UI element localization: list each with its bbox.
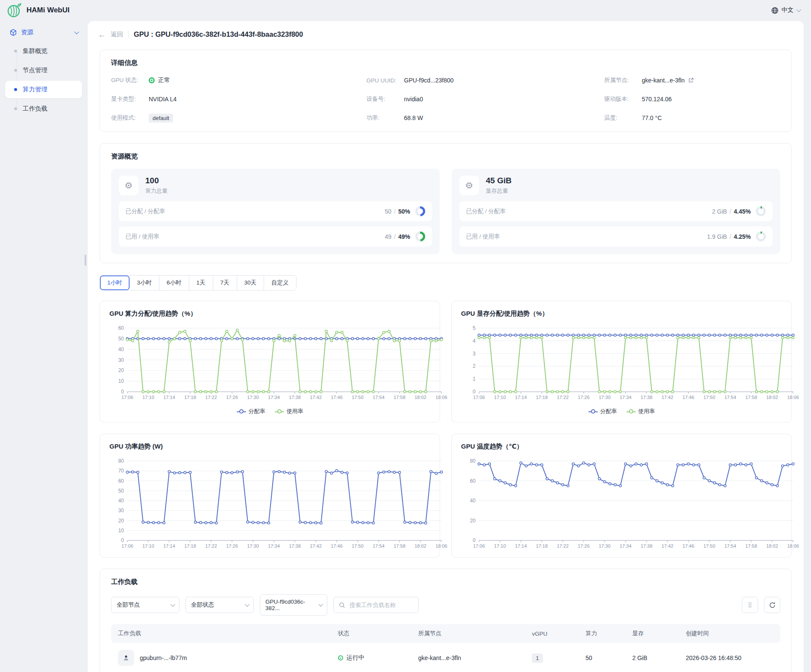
sidebar-item-workloads[interactable]: 工作负载 bbox=[5, 100, 82, 117]
svg-text:10: 10 bbox=[118, 528, 124, 534]
row-value: 1.9 GiB bbox=[707, 233, 727, 240]
back-button[interactable]: 返回 bbox=[111, 30, 123, 38]
svg-text:80: 80 bbox=[118, 458, 124, 464]
memory-total-label: 显存总量 bbox=[486, 187, 511, 195]
row-percent: 49% bbox=[398, 233, 410, 240]
svg-text:18:06: 18:06 bbox=[787, 543, 799, 549]
gpu-filter-select[interactable]: GPU-f9cd036c-382... bbox=[260, 594, 327, 616]
svg-text:30: 30 bbox=[118, 357, 124, 363]
svg-text:0: 0 bbox=[473, 389, 476, 395]
field-label: 驱动版本: bbox=[604, 95, 636, 103]
svg-text:17:06: 17:06 bbox=[121, 543, 133, 549]
svg-text:17:18: 17:18 bbox=[184, 543, 196, 549]
field-gpu-type: 显卡类型: NVIDIA L4 bbox=[111, 94, 367, 104]
row-percent: 50% bbox=[398, 208, 410, 215]
tab-3h[interactable]: 3小时 bbox=[130, 276, 160, 290]
row-label: 已用 / 使用率 bbox=[126, 233, 385, 241]
legend-item[interactable]: 使用率 bbox=[626, 408, 655, 415]
svg-text:17:38: 17:38 bbox=[289, 395, 301, 400]
chart-title: GPU 功率趋势 (W) bbox=[109, 443, 430, 451]
svg-text:18:02: 18:02 bbox=[414, 395, 426, 400]
tab-1h[interactable]: 1小时 bbox=[100, 276, 130, 290]
col-memory: 显存 bbox=[626, 624, 680, 643]
field-gpu-status: GPU 状态: 正常 bbox=[111, 75, 367, 85]
svg-text:1: 1 bbox=[473, 376, 476, 382]
field-value: 正常 bbox=[158, 76, 170, 84]
breadcrumb: ← 返回 GPU : GPU-f9cd036c-382f-b13d-443f-8… bbox=[88, 21, 804, 45]
svg-text:17:26: 17:26 bbox=[226, 395, 238, 400]
status-running-icon bbox=[338, 655, 343, 660]
legend-item[interactable]: 使用率 bbox=[275, 408, 303, 415]
compute-overview-card: 100 算力总量 已分配 / 分配率 50 / 50% 已用 / 使用率 49 bbox=[111, 169, 440, 254]
svg-text:17:58: 17:58 bbox=[745, 543, 757, 549]
search-icon bbox=[339, 602, 345, 608]
svg-text:17:58: 17:58 bbox=[394, 395, 406, 400]
col-status: 状态 bbox=[332, 624, 412, 643]
svg-text:17:34: 17:34 bbox=[620, 543, 632, 549]
workloads-table: 工作负载 状态 所属节点 vGPU 算力 显存 创建时间 bbox=[111, 624, 780, 672]
field-label: GPU UUID: bbox=[367, 77, 398, 84]
field-value: 570.124.06 bbox=[642, 96, 672, 103]
svg-text:17:54: 17:54 bbox=[373, 395, 385, 400]
svg-text:70: 70 bbox=[118, 468, 124, 474]
field-value: gke-kant...e-3fln bbox=[642, 77, 685, 84]
workloads-card: 工作负载 全部节点 全部状态 GPU-f9cd036c-382... bbox=[100, 569, 792, 672]
svg-text:17:46: 17:46 bbox=[331, 543, 343, 549]
tab-6h[interactable]: 6小时 bbox=[159, 276, 189, 290]
tab-custom[interactable]: 自定义 bbox=[264, 276, 296, 290]
main-panel: ← 返回 GPU : GPU-f9cd036c-382f-b13d-443f-8… bbox=[87, 21, 804, 672]
table-row[interactable]: gpuburn-...-lb77m 运行中 gke-kant...e-3fln … bbox=[111, 643, 780, 672]
chart-legend: 分配率使用率 bbox=[461, 404, 782, 418]
node-filter-select[interactable]: 全部节点 bbox=[111, 597, 179, 613]
svg-text:17:46: 17:46 bbox=[682, 543, 694, 549]
chart-title: GPU 显存分配/使用趋势（%） bbox=[461, 310, 782, 318]
svg-text:0: 0 bbox=[121, 389, 124, 395]
col-created: 创建时间 bbox=[680, 624, 780, 643]
temperature-trend-chart-card: GPU 温度趋势（℃） 02040608017:0617:1017:1417:1… bbox=[451, 434, 792, 558]
legend-item[interactable]: 分配率 bbox=[588, 408, 617, 415]
sidebar-item-node-management[interactable]: 节点管理 bbox=[5, 62, 82, 79]
workload-name[interactable]: gpuburn-...-lb77m bbox=[140, 654, 187, 661]
back-arrow-icon[interactable]: ← bbox=[98, 31, 106, 38]
sidebar-section-resources[interactable]: 资源 bbox=[5, 25, 82, 40]
select-value: 全部节点 bbox=[117, 601, 140, 609]
svg-text:17:18: 17:18 bbox=[184, 395, 196, 400]
svg-text:50: 50 bbox=[118, 336, 124, 342]
select-value: GPU-f9cd036c-382... bbox=[265, 599, 314, 611]
svg-text:17:26: 17:26 bbox=[578, 543, 590, 549]
field-power: 功率: 68.8 W bbox=[367, 113, 604, 123]
svg-text:17:50: 17:50 bbox=[703, 395, 715, 400]
svg-text:17:54: 17:54 bbox=[373, 543, 385, 549]
usage-donut bbox=[756, 232, 766, 241]
external-link-icon[interactable] bbox=[688, 77, 694, 83]
search-input[interactable] bbox=[349, 602, 413, 609]
svg-text:17:14: 17:14 bbox=[515, 395, 527, 400]
vgpu-badge: 1 bbox=[532, 654, 543, 663]
tab-1d[interactable]: 1天 bbox=[189, 276, 213, 290]
compute-trend-chart: 010203040506017:0617:1017:1417:1817:2217… bbox=[109, 324, 448, 403]
svg-text:4: 4 bbox=[473, 338, 476, 344]
svg-text:17:58: 17:58 bbox=[394, 543, 406, 549]
svg-text:17:14: 17:14 bbox=[515, 543, 527, 549]
svg-text:20: 20 bbox=[470, 518, 476, 524]
compute-used-row: 已用 / 使用率 49 / 49% bbox=[119, 226, 432, 246]
refresh-button[interactable] bbox=[764, 597, 780, 613]
field-node: 所属节点: gke-kant...e-3fln bbox=[604, 75, 780, 85]
top-bar: HAMi WebUI 中文 bbox=[0, 0, 811, 21]
column-settings-button[interactable] bbox=[742, 597, 758, 613]
resource-overview-title: 资源概览 bbox=[111, 152, 780, 161]
svg-text:50: 50 bbox=[118, 488, 124, 494]
svg-text:17:54: 17:54 bbox=[724, 543, 736, 549]
sidebar-resize-handle[interactable] bbox=[85, 255, 86, 266]
field-label: 所属节点: bbox=[604, 76, 636, 84]
status-filter-select[interactable]: 全部状态 bbox=[185, 597, 254, 613]
workload-search[interactable] bbox=[333, 597, 419, 613]
language-selector[interactable]: 中文 bbox=[771, 6, 800, 14]
table-header-row: 工作负载 状态 所属节点 vGPU 算力 显存 创建时间 bbox=[111, 624, 780, 643]
tab-7d[interactable]: 7天 bbox=[213, 276, 237, 290]
sidebar-item-cluster-overview[interactable]: 集群概览 bbox=[5, 42, 82, 60]
sidebar-item-compute-management[interactable]: 算力管理 bbox=[5, 81, 82, 98]
tab-30d[interactable]: 30天 bbox=[237, 276, 264, 290]
svg-text:17:30: 17:30 bbox=[599, 395, 611, 400]
legend-item[interactable]: 分配率 bbox=[237, 408, 265, 415]
